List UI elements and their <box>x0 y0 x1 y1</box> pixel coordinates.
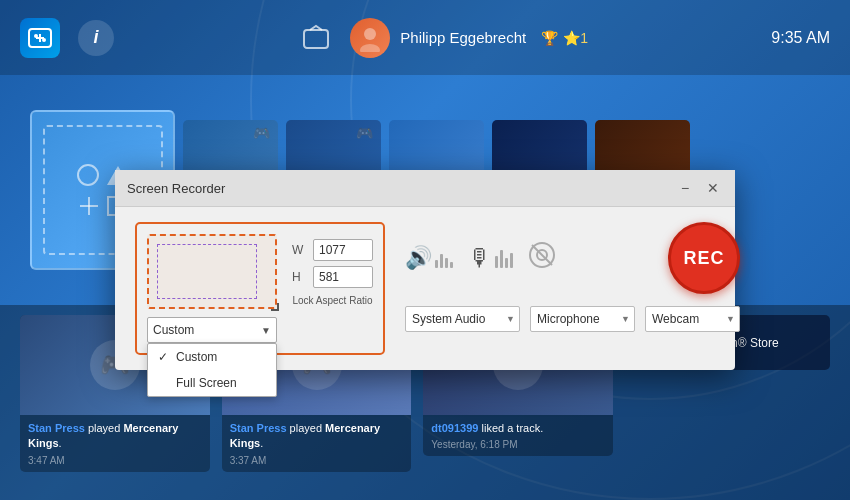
webcam-icon-row <box>528 241 556 275</box>
speaker-icon-row: 🔊 <box>405 245 453 271</box>
microphone-select-wrap: Microphone ▼ <box>530 306 635 332</box>
mic-icon-row: 🎙 <box>468 244 513 272</box>
system-audio-control: 🔊 <box>405 245 453 271</box>
bar-3 <box>445 258 448 268</box>
area-preview[interactable] <box>147 234 277 309</box>
bar-1 <box>435 260 438 268</box>
webcam-control <box>528 241 556 275</box>
webcam-select[interactable]: Webcam <box>645 306 740 332</box>
av-icons-row: 🔊 � <box>405 222 740 294</box>
width-label: W <box>292 243 307 257</box>
dialog-controls: − ✕ <box>675 178 723 198</box>
width-input[interactable] <box>313 239 373 261</box>
dropdown-fullscreen-label: Full Screen <box>176 376 237 390</box>
bar-2 <box>440 254 443 268</box>
mic-bar-1 <box>495 256 498 268</box>
ps-background: i Philipp Eggebrecht 🏆 <box>0 0 850 500</box>
microphone-control: 🎙 <box>468 244 513 272</box>
dialog-titlebar: Screen Recorder − ✕ <box>115 170 735 207</box>
check-icon: ✓ <box>158 350 170 364</box>
minimize-button[interactable]: − <box>675 178 695 198</box>
lock-aspect-label: Lock Aspect Ratio <box>292 295 373 306</box>
microphone-select[interactable]: Microphone <box>530 306 635 332</box>
close-button[interactable]: ✕ <box>703 178 723 198</box>
av-dropdowns-row: System Audio ▼ Microphone ▼ <box>405 306 740 332</box>
area-preview-inner <box>157 244 257 299</box>
mic-bar-3 <box>505 258 508 268</box>
dropdown-menu[interactable]: ✓ Custom Full Screen <box>147 343 277 397</box>
av-controls-section: 🔊 � <box>405 222 740 332</box>
dimension-inputs: W H Lock Aspect Ratio <box>292 239 373 306</box>
area-mode-select[interactable]: Custom Full Screen <box>147 317 277 343</box>
svg-line-16 <box>532 245 552 265</box>
dropdown-custom-label: Custom <box>176 350 217 364</box>
select-wrapper: Custom Full Screen ▼ <box>147 317 277 343</box>
dropdown-item-fullscreen[interactable]: Full Screen <box>148 370 276 396</box>
height-input[interactable] <box>313 266 373 288</box>
system-audio-select-wrap: System Audio ▼ <box>405 306 520 332</box>
mic-bar-2 <box>500 250 503 268</box>
webcam-off-icon <box>528 241 556 275</box>
width-row: W <box>292 239 373 261</box>
mic-bar-4 <box>510 253 513 268</box>
microphone-icon: 🎙 <box>468 244 492 272</box>
custom-select-area: Custom Full Screen ▼ ✓ Custom <box>147 317 373 343</box>
dimensions-section: W H Lock Aspect Ratio <box>147 234 373 309</box>
mic-bars <box>495 248 513 268</box>
dialog-body: W H Lock Aspect Ratio <box>115 207 735 370</box>
rec-button[interactable]: REC <box>668 222 740 294</box>
dialog-title: Screen Recorder <box>127 181 225 196</box>
dropdown-item-custom[interactable]: ✓ Custom <box>148 344 276 370</box>
height-label: H <box>292 270 307 284</box>
area-selector-section: W H Lock Aspect Ratio <box>135 222 385 355</box>
resize-handle[interactable] <box>271 303 279 311</box>
rec-area: REC <box>668 222 740 294</box>
dialog-overlay: Screen Recorder − ✕ <box>0 0 850 500</box>
speaker-bars <box>435 248 453 268</box>
height-row: H <box>292 266 373 288</box>
system-audio-select[interactable]: System Audio <box>405 306 520 332</box>
webcam-select-wrap: Webcam ▼ <box>645 306 740 332</box>
bar-4 <box>450 262 453 268</box>
speaker-icon: 🔊 <box>405 245 432 271</box>
screen-recorder-dialog: Screen Recorder − ✕ <box>115 170 735 370</box>
